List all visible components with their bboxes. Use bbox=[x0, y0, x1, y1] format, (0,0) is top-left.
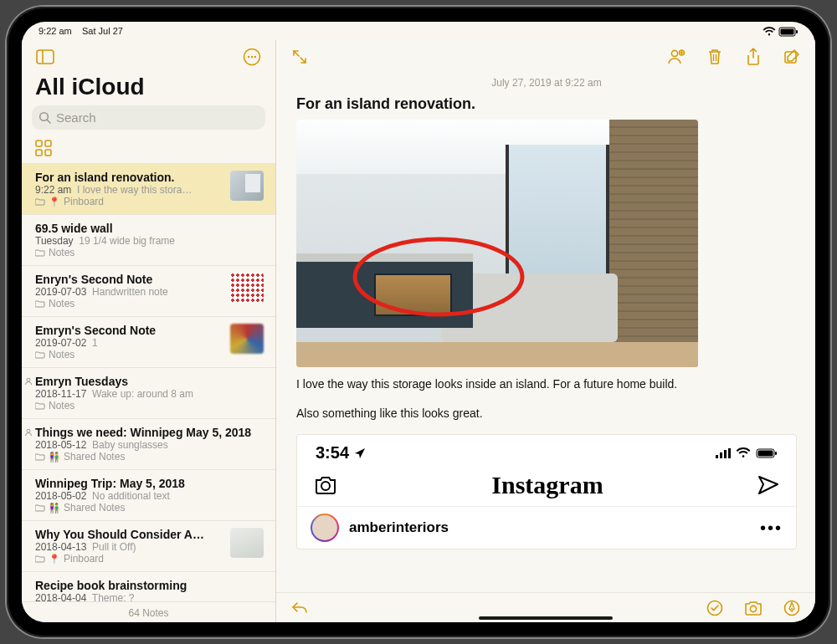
note-list-item[interactable]: Emryn's Second Note 2019-07-02 1 Notes bbox=[22, 317, 275, 368]
share-button[interactable] bbox=[742, 45, 765, 69]
svg-rect-27 bbox=[775, 452, 777, 455]
note-item-title: Emryn Tuesdays bbox=[35, 375, 264, 388]
sidebar-title: All iCloud bbox=[22, 74, 275, 105]
battery-icon bbox=[778, 27, 798, 37]
svg-rect-12 bbox=[45, 141, 51, 146]
folder-icon bbox=[35, 555, 45, 563]
note-attachment-image[interactable] bbox=[296, 120, 698, 367]
wifi-icon bbox=[736, 447, 751, 458]
note-item-meta: 2018-05-12 Baby sunglasses bbox=[35, 439, 264, 451]
svg-point-16 bbox=[27, 429, 30, 432]
note-item-title: 69.5 wide wall bbox=[35, 222, 264, 235]
note-body-paragraph[interactable]: I love the way this storage looks inside… bbox=[296, 376, 797, 393]
expand-icon bbox=[292, 49, 307, 64]
insta-status-right bbox=[716, 447, 778, 458]
note-item-meta: Tuesday 19 1/4 wide big frame bbox=[35, 235, 264, 247]
compose-icon bbox=[783, 49, 800, 65]
note-list-item[interactable]: For an island renovation. 9:22 am I love… bbox=[22, 164, 275, 215]
note-item-folder: 📍Pinboard bbox=[35, 553, 223, 565]
svg-rect-26 bbox=[758, 450, 773, 456]
note-list-item[interactable]: Recipe book brainstorming 2018-04-04 The… bbox=[22, 572, 275, 601]
shared-badge-icon bbox=[24, 377, 33, 386]
search-input[interactable] bbox=[56, 110, 259, 125]
camera-icon bbox=[744, 601, 763, 616]
insta-clock: 3:54 bbox=[316, 443, 366, 463]
folder-icon bbox=[35, 299, 45, 308]
status-date: Sat Jul 27 bbox=[82, 26, 123, 36]
ellipsis-circle-icon bbox=[243, 48, 261, 66]
undo-button[interactable] bbox=[288, 596, 311, 620]
svg-point-17 bbox=[671, 50, 677, 56]
insta-post-header: amberinteriors ••• bbox=[297, 507, 796, 549]
note-list-item[interactable]: Winnipeg Trip: May 5, 2018 2018-05-02 No… bbox=[22, 470, 275, 521]
camera-button[interactable] bbox=[742, 596, 765, 620]
svg-point-32 bbox=[791, 608, 793, 610]
folder-icon bbox=[35, 401, 45, 410]
svg-rect-3 bbox=[37, 50, 54, 64]
home-indicator[interactable] bbox=[479, 616, 613, 620]
people-icon: 👫 bbox=[49, 503, 60, 514]
trash-icon bbox=[707, 49, 722, 65]
note-body-paragraph[interactable]: Also something like this looks great. bbox=[296, 405, 797, 422]
svg-point-6 bbox=[248, 56, 249, 58]
grid-view-button[interactable] bbox=[35, 140, 52, 156]
check-circle-icon bbox=[706, 600, 723, 616]
markup-button[interactable] bbox=[780, 596, 804, 620]
search-field[interactable] bbox=[32, 105, 265, 130]
battery-icon bbox=[756, 448, 778, 458]
note-item-thumbnail bbox=[230, 528, 264, 558]
status-time: 9:22 am bbox=[39, 26, 72, 36]
svg-point-8 bbox=[254, 56, 256, 58]
sidebar-toolbar bbox=[22, 40, 275, 74]
note-item-title: Emryn's Second Note bbox=[35, 324, 223, 337]
note-list-item[interactable]: Enryn's Second Note 2019-07-03 Handwritt… bbox=[22, 266, 275, 317]
note-list[interactable]: For an island renovation. 9:22 am I love… bbox=[22, 163, 275, 601]
note-item-meta: 2019-07-03 Handwritten note bbox=[35, 286, 223, 298]
svg-rect-13 bbox=[36, 150, 42, 156]
note-item-folder: Notes bbox=[35, 247, 264, 258]
svg-point-30 bbox=[750, 606, 756, 611]
instagram-screenshot-attachment[interactable]: 3:54 Instagram bbox=[296, 434, 797, 549]
editor-bottom-toolbar bbox=[276, 592, 815, 622]
undo-icon bbox=[291, 601, 308, 616]
camera-icon bbox=[314, 475, 337, 495]
folders-back-button[interactable] bbox=[33, 45, 57, 69]
search-icon bbox=[39, 111, 51, 124]
folder-icon bbox=[35, 248, 45, 257]
note-item-folder: 👫Shared Notes bbox=[35, 502, 264, 514]
note-item-meta: 2018-11-17 Wake up: around 8 am bbox=[35, 388, 264, 400]
svg-point-7 bbox=[251, 56, 253, 58]
note-item-title: Winnipeg Trip: May 5, 2018 bbox=[35, 477, 264, 490]
pin-icon: 📍 bbox=[49, 554, 60, 565]
note-canvas[interactable]: July 27, 2019 at 9:22 am For an island r… bbox=[276, 74, 815, 592]
delete-button[interactable] bbox=[703, 45, 727, 69]
svg-point-15 bbox=[27, 378, 30, 381]
insta-more-button: ••• bbox=[760, 519, 783, 538]
note-item-meta: 2018-04-13 Pull it Off) bbox=[35, 541, 223, 553]
note-item-thumbnail bbox=[230, 171, 264, 201]
more-options-button[interactable] bbox=[240, 45, 264, 69]
folder-icon bbox=[35, 197, 45, 206]
main-toolbar bbox=[276, 40, 815, 74]
note-list-item[interactable]: Why You Should Consider A… 2018-04-13 Pu… bbox=[22, 521, 275, 572]
people-icon: 👫 bbox=[49, 452, 60, 463]
view-mode-toggle bbox=[22, 136, 275, 163]
grid-icon bbox=[35, 140, 52, 156]
new-note-button[interactable] bbox=[780, 45, 804, 69]
checklist-button[interactable] bbox=[703, 596, 727, 620]
note-item-folder: Notes bbox=[35, 298, 223, 309]
folder-icon bbox=[35, 452, 45, 461]
note-item-folder: Notes bbox=[35, 400, 264, 411]
expand-button[interactable] bbox=[288, 45, 311, 69]
note-list-item[interactable]: Things we need: Winnipeg May 5, 2018 201… bbox=[22, 419, 275, 470]
svg-rect-22 bbox=[720, 452, 722, 458]
insta-username: amberinteriors bbox=[349, 519, 449, 536]
svg-point-20 bbox=[355, 239, 522, 314]
note-list-item[interactable]: 69.5 wide wall Tuesday 19 1/4 wide big f… bbox=[22, 215, 275, 266]
note-title[interactable]: For an island renovation. bbox=[296, 95, 797, 113]
note-list-item[interactable]: Emryn Tuesdays 2018-11-17 Wake up: aroun… bbox=[22, 368, 275, 419]
share-icon bbox=[746, 48, 761, 66]
collaborate-button[interactable] bbox=[665, 45, 688, 69]
note-editor: July 27, 2019 at 9:22 am For an island r… bbox=[276, 40, 815, 622]
note-date: July 27, 2019 at 9:22 am bbox=[296, 74, 797, 95]
